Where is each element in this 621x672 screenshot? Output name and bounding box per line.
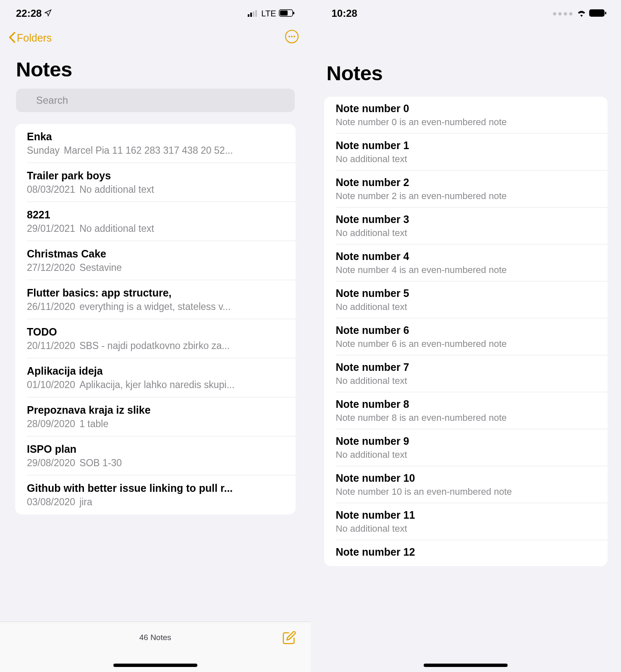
- note-subtitle: 08/03/2021No additional text: [27, 184, 296, 195]
- note-title: Prepoznava kraja iz slike: [27, 404, 296, 416]
- svg-rect-3: [255, 10, 257, 17]
- note-item[interactable]: Christmas Cake27/12/2020Sestavine: [15, 241, 296, 280]
- note-title: Note number 3: [336, 213, 608, 226]
- note-preview: Aplikacija, kjer lahko naredis skupi...: [79, 379, 234, 390]
- note-item[interactable]: Note number 10Note number 10 is an even-…: [324, 466, 608, 503]
- status-time: 22:28: [16, 8, 42, 19]
- note-title: Note number 8: [336, 398, 608, 410]
- page-title: Notes: [0, 49, 311, 89]
- note-item[interactable]: Note number 11No additional text: [324, 503, 608, 540]
- nav-bar: Folders: [0, 24, 311, 49]
- note-subtitle: No additional text: [336, 375, 608, 386]
- note-subtitle: 29/08/2020SOB 1-30: [27, 457, 296, 469]
- notes-list: EnkaSundayMarcel Pia 11 162 283 317 438 …: [15, 124, 296, 514]
- note-preview: No additional text: [79, 184, 154, 195]
- note-item[interactable]: Note number 5No additional text: [324, 281, 608, 318]
- breadcrumb-dots-icon: ●●●●: [553, 9, 574, 18]
- note-title: Flutter basics: app structure,: [27, 287, 296, 299]
- note-preview: jira: [79, 496, 92, 507]
- note-item[interactable]: Note number 7No additional text: [324, 355, 608, 392]
- note-preview: SBS - najdi podatkovno zbirko za...: [79, 340, 230, 351]
- note-title: Aplikacija ideja: [27, 365, 296, 377]
- back-button[interactable]: Folders: [8, 31, 52, 45]
- note-subtitle: 29/01/2021No additional text: [27, 223, 296, 234]
- location-icon: [44, 8, 52, 19]
- note-title: Note number 6: [336, 324, 608, 336]
- note-item[interactable]: Trailer park boys08/03/2021No additional…: [15, 163, 296, 202]
- svg-rect-6: [293, 12, 294, 14]
- note-title: Note number 4: [336, 250, 608, 262]
- home-indicator[interactable]: [113, 664, 197, 667]
- note-title: Christmas Cake: [27, 248, 296, 260]
- note-item[interactable]: Flutter basics: app structure,26/11/2020…: [15, 280, 296, 319]
- svg-rect-0: [248, 14, 249, 17]
- note-preview: everything is a widget, stateless v...: [79, 301, 231, 312]
- note-date: 26/11/2020: [27, 301, 75, 312]
- note-subtitle: 28/09/20201 table: [27, 418, 296, 430]
- note-item[interactable]: ISPO plan29/08/2020SOB 1-30: [15, 436, 296, 475]
- note-item[interactable]: Note number 6Note number 6 is an even-nu…: [324, 318, 608, 355]
- bottom-toolbar: 46 Notes: [0, 622, 311, 672]
- note-item[interactable]: Note number 1No additional text: [324, 134, 608, 171]
- note-item[interactable]: Note number 2Note number 2 is an even-nu…: [324, 171, 608, 207]
- note-item[interactable]: TODO20/11/2020SBS - najdi podatkovno zbi…: [15, 319, 296, 358]
- note-title: Github with better issue linking to pull…: [27, 482, 296, 494]
- note-date: 28/09/2020: [27, 418, 75, 429]
- search-wrap: [0, 89, 311, 124]
- note-item[interactable]: Aplikacija ideja01/10/2020Aplikacija, kj…: [15, 358, 296, 397]
- note-subtitle: No additional text: [336, 523, 608, 534]
- left-phone-screen: 22:28 LTE Folders Notes: [0, 0, 311, 672]
- svg-point-9: [291, 36, 293, 37]
- note-title: Note number 9: [336, 435, 608, 447]
- note-title: Note number 5: [336, 287, 608, 299]
- home-indicator[interactable]: [424, 664, 508, 667]
- note-subtitle: 03/08/2020jira: [27, 496, 296, 508]
- network-label: LTE: [261, 9, 276, 18]
- note-preview: SOB 1-30: [79, 457, 122, 468]
- note-subtitle: No additional text: [336, 449, 608, 460]
- note-title: Note number 1: [336, 139, 608, 152]
- note-item[interactable]: Note number 4Note number 4 is an even-nu…: [324, 244, 608, 281]
- status-bar: 10:28 ●●●●: [311, 0, 621, 24]
- note-item[interactable]: 822129/01/2021No additional text: [15, 202, 296, 241]
- note-item[interactable]: Note number 9No additional text: [324, 429, 608, 466]
- note-item[interactable]: Note number 8Note number 8 is an even-nu…: [324, 392, 608, 429]
- note-item[interactable]: Note number 0Note number 0 is an even-nu…: [324, 97, 608, 134]
- page-title: Notes: [311, 24, 621, 97]
- note-title: 8221: [27, 209, 296, 221]
- svg-point-10: [293, 36, 295, 37]
- note-date: 08/03/2021: [27, 184, 75, 195]
- note-item[interactable]: Note number 12: [324, 540, 608, 566]
- note-subtitle: Note number 2 is an even-numbered note: [336, 191, 608, 202]
- status-time: 10:28: [332, 8, 357, 19]
- note-subtitle: Note number 6 is an even-numbered note: [336, 339, 608, 349]
- note-item[interactable]: Github with better issue linking to pull…: [15, 475, 296, 514]
- note-title: ISPO plan: [27, 443, 296, 455]
- notes-list: Note number 0Note number 0 is an even-nu…: [324, 97, 608, 566]
- note-date: 29/08/2020: [27, 457, 75, 468]
- search-input[interactable]: [16, 89, 295, 112]
- note-item[interactable]: Prepoznava kraja iz slike28/09/20201 tab…: [15, 397, 296, 436]
- chevron-left-icon: [8, 31, 16, 45]
- compose-button[interactable]: [282, 630, 296, 646]
- note-item[interactable]: Note number 3No additional text: [324, 207, 608, 244]
- note-subtitle: 01/10/2020Aplikacija, kjer lahko naredis…: [27, 379, 296, 391]
- note-title: Note number 10: [336, 472, 608, 484]
- note-subtitle: Note number 10 is an even-numbered note: [336, 486, 608, 497]
- note-title: Note number 12: [336, 546, 608, 558]
- note-subtitle: No additional text: [336, 154, 608, 165]
- note-subtitle: Note number 4 is an even-numbered note: [336, 265, 608, 276]
- note-item[interactable]: EnkaSundayMarcel Pia 11 162 283 317 438 …: [15, 124, 296, 163]
- note-date: 27/12/2020: [27, 262, 75, 273]
- note-title: Note number 2: [336, 176, 608, 189]
- more-button[interactable]: [285, 29, 299, 47]
- wifi-icon: [576, 8, 587, 19]
- note-subtitle: 27/12/2020Sestavine: [27, 262, 296, 273]
- note-subtitle: No additional text: [336, 302, 608, 312]
- note-date: 01/10/2020: [27, 379, 75, 390]
- svg-rect-14: [605, 12, 606, 14]
- note-title: Note number 11: [336, 509, 608, 521]
- note-preview: Sestavine: [79, 262, 122, 273]
- status-bar: 22:28 LTE: [0, 0, 311, 24]
- note-subtitle: 20/11/2020SBS - najdi podatkovno zbirko …: [27, 340, 296, 352]
